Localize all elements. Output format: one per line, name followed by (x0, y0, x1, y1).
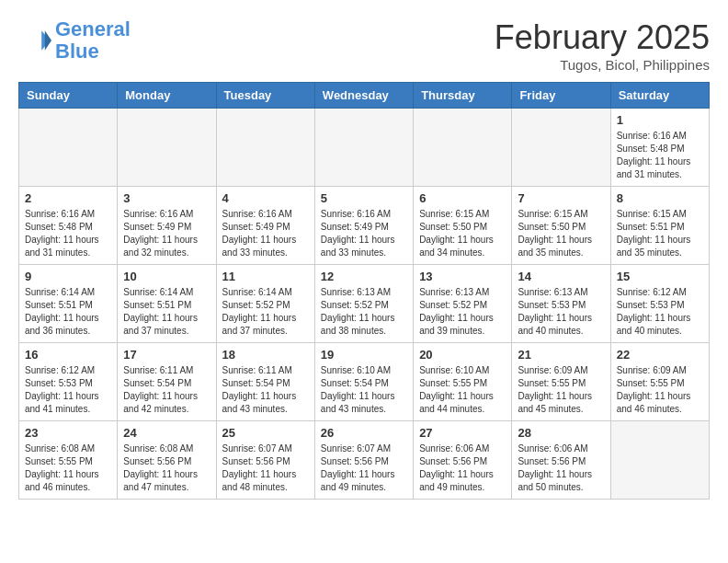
calendar-cell: 11Sunrise: 6:14 AM Sunset: 5:52 PM Dayli… (216, 265, 314, 343)
day-info: Sunrise: 6:06 AM Sunset: 5:56 PM Dayligh… (518, 442, 604, 494)
calendar-cell: 25Sunrise: 6:07 AM Sunset: 5:56 PM Dayli… (216, 421, 314, 500)
logo: General Blue (18, 18, 131, 63)
day-info: Sunrise: 6:16 AM Sunset: 5:49 PM Dayligh… (123, 208, 210, 259)
column-header-thursday: Thursday (414, 83, 512, 109)
day-info: Sunrise: 6:11 AM Sunset: 5:54 PM Dayligh… (123, 364, 210, 416)
day-number: 28 (518, 426, 604, 440)
day-number: 11 (222, 270, 309, 283)
day-number: 9 (25, 270, 111, 283)
day-info: Sunrise: 6:08 AM Sunset: 5:55 PM Dayligh… (25, 442, 111, 494)
day-info: Sunrise: 6:11 AM Sunset: 5:54 PM Dayligh… (222, 364, 309, 416)
day-number: 16 (25, 348, 111, 362)
day-number: 26 (321, 426, 407, 440)
day-number: 25 (222, 426, 309, 440)
day-number: 17 (123, 348, 210, 362)
week-row-2: 2Sunrise: 6:16 AM Sunset: 5:48 PM Daylig… (19, 187, 710, 265)
day-number: 21 (518, 348, 604, 362)
column-header-saturday: Saturday (610, 83, 709, 109)
calendar-cell: 18Sunrise: 6:11 AM Sunset: 5:54 PM Dayli… (216, 343, 314, 421)
day-info: Sunrise: 6:16 AM Sunset: 5:48 PM Dayligh… (617, 130, 703, 181)
day-number: 3 (123, 191, 210, 205)
title-block: February 2025 Tugos, Bicol, Philippines (495, 18, 710, 73)
day-info: Sunrise: 6:13 AM Sunset: 5:52 PM Dayligh… (419, 286, 506, 338)
column-header-monday: Monday (118, 83, 216, 109)
calendar-cell: 3Sunrise: 6:16 AM Sunset: 5:49 PM Daylig… (118, 187, 216, 265)
week-row-3: 9Sunrise: 6:14 AM Sunset: 5:51 PM Daylig… (19, 265, 710, 343)
day-number: 8 (617, 191, 703, 205)
calendar-cell: 9Sunrise: 6:14 AM Sunset: 5:51 PM Daylig… (19, 265, 118, 343)
day-info: Sunrise: 6:09 AM Sunset: 5:55 PM Dayligh… (518, 364, 604, 416)
week-row-5: 23Sunrise: 6:08 AM Sunset: 5:55 PM Dayli… (19, 421, 710, 500)
day-info: Sunrise: 6:10 AM Sunset: 5:55 PM Dayligh… (419, 364, 506, 416)
location-subtitle: Tugos, Bicol, Philippines (495, 57, 710, 73)
day-number: 6 (419, 191, 506, 205)
day-info: Sunrise: 6:15 AM Sunset: 5:50 PM Dayligh… (518, 208, 604, 259)
day-info: Sunrise: 6:12 AM Sunset: 5:53 PM Dayligh… (25, 364, 111, 416)
calendar-cell: 7Sunrise: 6:15 AM Sunset: 5:50 PM Daylig… (512, 187, 610, 265)
calendar-cell: 26Sunrise: 6:07 AM Sunset: 5:56 PM Dayli… (314, 421, 413, 500)
day-info: Sunrise: 6:13 AM Sunset: 5:53 PM Dayligh… (518, 286, 604, 338)
day-number: 5 (321, 191, 407, 205)
day-info: Sunrise: 6:08 AM Sunset: 5:56 PM Dayligh… (123, 442, 210, 494)
calendar-cell (414, 109, 512, 187)
day-number: 24 (123, 426, 210, 440)
day-number: 14 (518, 270, 604, 283)
day-info: Sunrise: 6:07 AM Sunset: 5:56 PM Dayligh… (222, 442, 309, 494)
calendar-cell (512, 109, 610, 187)
calendar-cell: 8Sunrise: 6:15 AM Sunset: 5:51 PM Daylig… (610, 187, 709, 265)
day-number: 19 (321, 348, 407, 362)
calendar-cell: 24Sunrise: 6:08 AM Sunset: 5:56 PM Dayli… (118, 421, 216, 500)
calendar-cell: 1Sunrise: 6:16 AM Sunset: 5:48 PM Daylig… (610, 109, 709, 187)
day-number: 7 (518, 191, 604, 205)
calendar-cell: 13Sunrise: 6:13 AM Sunset: 5:52 PM Dayli… (414, 265, 512, 343)
calendar-table: SundayMondayTuesdayWednesdayThursdayFrid… (18, 82, 710, 500)
calendar-cell (19, 109, 118, 187)
day-info: Sunrise: 6:12 AM Sunset: 5:53 PM Dayligh… (617, 286, 703, 338)
day-info: Sunrise: 6:15 AM Sunset: 5:50 PM Dayligh… (419, 208, 506, 259)
day-number: 23 (25, 426, 111, 440)
day-number: 2 (25, 191, 111, 205)
calendar-header-row: SundayMondayTuesdayWednesdayThursdayFrid… (19, 83, 710, 109)
calendar-cell: 27Sunrise: 6:06 AM Sunset: 5:56 PM Dayli… (414, 421, 512, 500)
day-info: Sunrise: 6:10 AM Sunset: 5:54 PM Dayligh… (321, 364, 407, 416)
day-number: 12 (321, 270, 407, 283)
calendar-cell: 5Sunrise: 6:16 AM Sunset: 5:49 PM Daylig… (314, 187, 413, 265)
day-number: 15 (617, 270, 703, 283)
day-info: Sunrise: 6:16 AM Sunset: 5:48 PM Dayligh… (25, 208, 111, 259)
day-info: Sunrise: 6:13 AM Sunset: 5:52 PM Dayligh… (321, 286, 407, 338)
day-info: Sunrise: 6:09 AM Sunset: 5:55 PM Dayligh… (617, 364, 703, 416)
day-number: 22 (617, 348, 703, 362)
day-info: Sunrise: 6:14 AM Sunset: 5:51 PM Dayligh… (123, 286, 210, 338)
day-info: Sunrise: 6:06 AM Sunset: 5:56 PM Dayligh… (419, 442, 506, 494)
column-header-friday: Friday (512, 83, 610, 109)
column-header-sunday: Sunday (19, 83, 118, 109)
month-title: February 2025 (495, 18, 710, 57)
calendar-cell: 21Sunrise: 6:09 AM Sunset: 5:55 PM Dayli… (512, 343, 610, 421)
calendar-cell: 22Sunrise: 6:09 AM Sunset: 5:55 PM Dayli… (610, 343, 709, 421)
day-number: 27 (419, 426, 506, 440)
calendar-cell (610, 421, 709, 500)
column-header-wednesday: Wednesday (314, 83, 413, 109)
week-row-1: 1Sunrise: 6:16 AM Sunset: 5:48 PM Daylig… (19, 109, 710, 187)
calendar-cell: 16Sunrise: 6:12 AM Sunset: 5:53 PM Dayli… (19, 343, 118, 421)
day-number: 13 (419, 270, 506, 283)
calendar-cell: 23Sunrise: 6:08 AM Sunset: 5:55 PM Dayli… (19, 421, 118, 500)
day-info: Sunrise: 6:15 AM Sunset: 5:51 PM Dayligh… (617, 208, 703, 259)
calendar-cell: 12Sunrise: 6:13 AM Sunset: 5:52 PM Dayli… (314, 265, 413, 343)
calendar-cell (314, 109, 413, 187)
day-info: Sunrise: 6:14 AM Sunset: 5:51 PM Dayligh… (25, 286, 111, 338)
week-row-4: 16Sunrise: 6:12 AM Sunset: 5:53 PM Dayli… (19, 343, 710, 421)
day-info: Sunrise: 6:16 AM Sunset: 5:49 PM Dayligh… (222, 208, 309, 259)
day-number: 4 (222, 191, 309, 205)
calendar-cell: 20Sunrise: 6:10 AM Sunset: 5:55 PM Dayli… (414, 343, 512, 421)
calendar-cell: 28Sunrise: 6:06 AM Sunset: 5:56 PM Dayli… (512, 421, 610, 500)
calendar-cell: 14Sunrise: 6:13 AM Sunset: 5:53 PM Dayli… (512, 265, 610, 343)
day-info: Sunrise: 6:07 AM Sunset: 5:56 PM Dayligh… (321, 442, 407, 494)
day-number: 18 (222, 348, 309, 362)
logo-icon (18, 24, 51, 57)
day-number: 20 (419, 348, 506, 362)
calendar-cell (216, 109, 314, 187)
calendar-cell: 6Sunrise: 6:15 AM Sunset: 5:50 PM Daylig… (414, 187, 512, 265)
calendar-cell: 17Sunrise: 6:11 AM Sunset: 5:54 PM Dayli… (118, 343, 216, 421)
day-number: 10 (123, 270, 210, 283)
